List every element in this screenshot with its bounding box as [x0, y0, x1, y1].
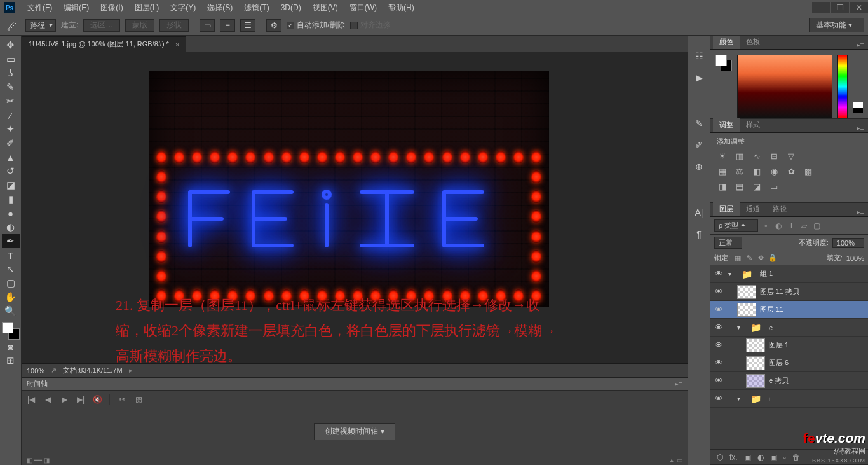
layer-list[interactable]: 👁▾📁组 1👁图层 11 拷贝👁图层 11👁▾📁e👁图层 1👁图层 6👁e 拷贝…	[710, 265, 868, 449]
selcolor-icon[interactable]: ▫	[785, 181, 797, 192]
paths-tab[interactable]: 路径	[766, 202, 793, 216]
menu-item[interactable]: 文件(F)	[22, 0, 58, 15]
lock-all-icon[interactable]: 🔒	[768, 254, 776, 262]
marquee-tool[interactable]: ▭	[2, 52, 20, 66]
levels-icon[interactable]: ▥	[734, 150, 745, 162]
filter-type-icon[interactable]: T	[786, 221, 796, 230]
layer-thumbnail[interactable]	[737, 285, 756, 299]
curves-icon[interactable]: ∿	[751, 150, 763, 162]
create-video-timeline-button[interactable]: 创建视频时间轴 ▾	[314, 423, 395, 440]
delete-layer-icon[interactable]: 🗑	[792, 453, 800, 462]
layer-row[interactable]: 👁图层 1	[710, 337, 868, 354]
quickmask-toggle[interactable]: ◙	[2, 340, 20, 354]
hand-tool[interactable]: ✋	[2, 290, 20, 304]
rail-brush-icon[interactable]: ✎	[695, 118, 703, 128]
posterize-icon[interactable]: ▤	[734, 181, 745, 192]
expand-arrow-icon[interactable]: ▾	[728, 270, 735, 277]
adjustments-tab[interactable]: 调整	[713, 118, 740, 132]
align-edges-checkbox[interactable]: 对齐边缘	[350, 20, 391, 31]
gradientmap-icon[interactable]: ▭	[768, 181, 780, 192]
menu-item[interactable]: 滤镜(T)	[238, 0, 275, 15]
eraser-tool[interactable]: ◪	[2, 178, 20, 192]
layer-filter-kind-select[interactable]: ρ 类型 ✦	[714, 219, 758, 232]
blend-mode-select[interactable]: 正常	[714, 237, 742, 249]
visibility-eye-icon[interactable]: 👁	[713, 323, 724, 332]
canvas-viewport[interactable]: 21. 复制一层（图层11），ctrl+鼠标左键获得选区执行选择→修改→收缩，收…	[22, 52, 688, 363]
path-combine-icon[interactable]: ▭	[200, 19, 215, 32]
gradient-tool[interactable]: ▮	[2, 192, 20, 206]
make-selection-button[interactable]: 选区…	[83, 19, 120, 32]
expand-arrow-icon[interactable]: ▾	[737, 395, 743, 402]
type-tool[interactable]: T	[2, 248, 20, 262]
exposure-icon[interactable]: ⊟	[768, 150, 780, 162]
color-tab[interactable]: 颜色	[713, 36, 740, 49]
menu-item[interactable]: 视图(V)	[307, 0, 344, 15]
styles-tab[interactable]: 样式	[740, 118, 766, 132]
layer-thumbnail[interactable]	[746, 338, 765, 352]
lookup-icon[interactable]: ▩	[803, 165, 814, 177]
invert-icon[interactable]: ◨	[717, 181, 728, 192]
layer-row[interactable]: 👁图层 6	[710, 354, 868, 372]
zoom-tool[interactable]: 🔍	[2, 304, 20, 318]
menu-item[interactable]: 文字(Y)	[165, 0, 201, 15]
zoom-value[interactable]: 100%	[27, 367, 44, 375]
layer-fx-icon[interactable]: fx.	[729, 453, 738, 462]
brightness-icon[interactable]: ☀	[717, 150, 728, 162]
hue-slider[interactable]	[837, 55, 848, 118]
color-picker-ramp[interactable]	[737, 55, 832, 118]
window-minimize-button[interactable]: —	[812, 2, 830, 13]
rectangle-tool[interactable]: ▢	[2, 276, 20, 290]
pen-tool-icon[interactable]	[4, 17, 20, 34]
timeline-transition-icon[interactable]: ▧	[134, 395, 143, 404]
menu-item[interactable]: 窗口(W)	[344, 0, 383, 15]
stamp-tool[interactable]: ▲	[2, 150, 20, 164]
timeline-next-icon[interactable]: ▶|	[76, 395, 85, 404]
menu-item[interactable]: 图像(I)	[95, 0, 128, 15]
share-icon[interactable]: ↗	[51, 366, 57, 375]
timeline-first-icon[interactable]: |◀	[27, 395, 36, 404]
make-mask-button[interactable]: 蒙版	[125, 19, 154, 32]
menu-item[interactable]: 图层(L)	[129, 0, 165, 15]
timeline-play-icon[interactable]: ▶	[60, 395, 69, 404]
close-tab-icon[interactable]: ×	[175, 41, 179, 48]
visibility-eye-icon[interactable]: 👁	[713, 305, 724, 314]
healing-brush-tool[interactable]: ✦	[2, 122, 20, 136]
filter-pixel-icon[interactable]: ▫	[761, 221, 771, 230]
screenmode-toggle[interactable]: ⊞	[2, 354, 20, 368]
color-swatches[interactable]	[2, 322, 20, 340]
layer-thumbnail[interactable]	[746, 374, 765, 388]
visibility-eye-icon[interactable]: 👁	[713, 358, 724, 368]
visibility-eye-icon[interactable]: 👁	[713, 269, 724, 279]
bw-swatch[interactable]	[853, 102, 863, 113]
bw-icon[interactable]: ◧	[751, 165, 763, 177]
link-layers-icon[interactable]: ⬡	[717, 453, 723, 462]
lock-position-icon[interactable]: ✥	[757, 254, 764, 262]
expand-arrow-icon[interactable]: ▾	[737, 324, 743, 331]
rail-brushsettings-icon[interactable]: ✐	[695, 140, 703, 150]
path-arrange-icon[interactable]: ☰	[240, 19, 255, 32]
timeline-cut-icon[interactable]: ✂	[118, 395, 126, 404]
path-select-tool[interactable]: ↖	[2, 262, 20, 276]
threshold-icon[interactable]: ◪	[751, 181, 763, 192]
photofilter-icon[interactable]: ◉	[768, 165, 780, 177]
auto-add-delete-checkbox[interactable]: ✓自动添加/删除	[287, 20, 344, 31]
path-mode-select[interactable]: 路径 ▾	[25, 19, 56, 32]
quick-select-tool[interactable]: ✎	[2, 80, 20, 94]
lock-trans-icon[interactable]: ▦	[734, 254, 742, 262]
new-layer-icon[interactable]: ▫	[783, 453, 786, 462]
pen-tool[interactable]: ✒	[2, 234, 20, 248]
layer-row[interactable]: 👁图层 11 拷贝	[710, 283, 868, 301]
document-tab[interactable]: 1U45UV8-1.jpg @ 100% (图层 11, RGB/8#) * ×	[22, 36, 186, 52]
filter-smart-icon[interactable]: ▢	[811, 221, 822, 230]
visibility-eye-icon[interactable]: 👁	[713, 376, 724, 385]
layer-thumbnail[interactable]	[746, 356, 765, 370]
visibility-eye-icon[interactable]: 👁	[713, 394, 724, 403]
lasso-tool[interactable]: ʖ	[2, 66, 20, 80]
vibrance-icon[interactable]: ▽	[785, 150, 797, 162]
rail-play-icon[interactable]: ▶	[696, 73, 703, 83]
gear-icon[interactable]: ⚙	[266, 19, 281, 32]
timeline-menu-icon[interactable]: ▸≡	[675, 380, 682, 388]
rail-clonesource-icon[interactable]: ⊕	[695, 162, 703, 172]
panel-menu-icon[interactable]: ▸≡	[853, 208, 868, 216]
make-shape-button[interactable]: 形状	[159, 19, 189, 32]
